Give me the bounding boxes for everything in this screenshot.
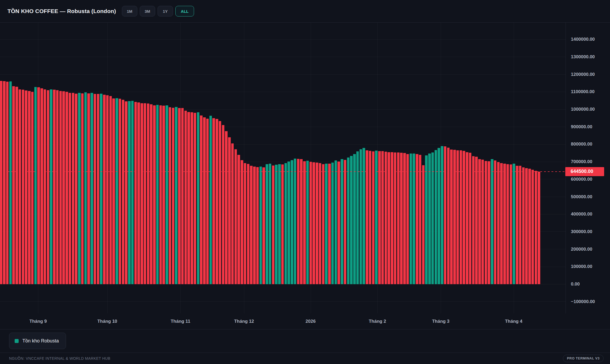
- inventory-bar: [494, 160, 497, 284]
- inventory-bar: [3, 81, 6, 284]
- inventory-bar: [65, 92, 68, 284]
- inventory-bar: [187, 112, 190, 284]
- price-scale[interactable]: −100000.000.00100000.00200000.00300000.0…: [566, 23, 610, 313]
- inventory-bar: [147, 104, 150, 284]
- inventory-bar: [322, 164, 325, 284]
- inventory-bar: [516, 166, 518, 284]
- inventory-bar: [156, 105, 159, 284]
- inventory-bar: [406, 154, 409, 284]
- y-axis-tick-label: 700000.00: [571, 159, 592, 164]
- legend-band: Tồn kho Robusta: [0, 329, 610, 353]
- inventory-bar: [31, 92, 34, 284]
- inventory-bar: [513, 164, 515, 284]
- inventory-bar: [194, 113, 196, 284]
- range-button-3m[interactable]: 3M: [140, 6, 155, 16]
- inventory-bar: [219, 121, 221, 284]
- x-axis-tick-label: Tháng 11: [171, 313, 190, 329]
- y-axis-tick-label: 100000.00: [571, 264, 592, 269]
- inventory-bar: [103, 95, 106, 284]
- inventory-bar: [222, 125, 225, 284]
- inventory-bar: [34, 87, 37, 284]
- inventory-bar: [128, 101, 131, 284]
- inventory-bar: [506, 164, 509, 284]
- inventory-bar: [441, 146, 443, 284]
- gridline-horizontal: [0, 92, 566, 92]
- y-axis-tick-label: 1300000.00: [571, 54, 595, 60]
- inventory-bar: [106, 95, 109, 284]
- inventory-bar: [266, 164, 268, 284]
- inventory-bar: [62, 91, 65, 284]
- inventory-bar: [535, 171, 537, 284]
- y-axis-tick-label: 1100000.00: [571, 89, 595, 94]
- inventory-bar: [122, 100, 125, 284]
- inventory-bar: [369, 151, 372, 284]
- inventory-bar: [497, 162, 500, 284]
- inventory-bar: [200, 115, 203, 284]
- legend-label: Tồn kho Robusta: [22, 338, 59, 344]
- gridline-horizontal: [0, 57, 566, 57]
- inventory-bar: [169, 107, 171, 284]
- range-button-1y[interactable]: 1Y: [158, 6, 173, 16]
- inventory-bar: [478, 159, 481, 284]
- inventory-bar: [225, 131, 228, 284]
- inventory-bar: [191, 112, 193, 284]
- range-button-1m[interactable]: 1M: [122, 6, 137, 16]
- y-axis-tick-label: 1000000.00: [571, 107, 595, 112]
- inventory-bar: [172, 108, 175, 284]
- inventory-bar: [522, 167, 525, 284]
- inventory-bar: [69, 93, 71, 284]
- inventory-bar: [81, 93, 84, 284]
- inventory-bar: [391, 152, 393, 284]
- inventory-bar: [469, 153, 472, 284]
- inventory-bar: [510, 164, 512, 284]
- chart-plot-area[interactable]: [0, 23, 566, 313]
- inventory-bar: [410, 154, 412, 284]
- inventory-bar: [134, 102, 137, 284]
- inventory-bar: [428, 154, 431, 284]
- inventory-bar: [109, 96, 112, 284]
- inventory-bar: [328, 164, 331, 284]
- inventory-bar: [310, 162, 312, 284]
- inventory-bar: [488, 161, 490, 284]
- x-axis-tick-label: 2026: [306, 313, 316, 329]
- inventory-bar: [125, 101, 127, 284]
- y-axis-tick-label: 400000.00: [571, 212, 592, 217]
- range-button-all[interactable]: ALL: [175, 6, 194, 16]
- inventory-bar: [453, 150, 456, 284]
- inventory-bar: [159, 105, 162, 284]
- inventory-bar: [403, 153, 406, 284]
- footer: NGUỒN: VNCCAFE INTERNAL & WORLD MARKET H…: [0, 353, 610, 364]
- inventory-bar: [300, 159, 303, 284]
- x-axis-tick-label: Tháng 2: [369, 313, 386, 329]
- inventory-bar: [416, 154, 418, 284]
- inventory-bar: [316, 163, 318, 284]
- time-axis[interactable]: Tháng 9Tháng 10Tháng 11Tháng 122026Tháng…: [0, 313, 610, 329]
- inventory-bar: [153, 105, 156, 284]
- inventory-bar: [262, 167, 265, 284]
- inventory-bar: [197, 112, 200, 284]
- inventory-bar: [259, 167, 262, 284]
- inventory-bar: [353, 154, 356, 284]
- inventory-bar: [362, 148, 365, 284]
- last-price-line: [0, 171, 566, 172]
- inventory-bar: [400, 153, 403, 284]
- inventory-bar: [59, 91, 62, 284]
- inventory-bar: [331, 163, 334, 284]
- inventory-bar: [116, 98, 118, 284]
- inventory-bar: [9, 81, 12, 284]
- legend-item-robusta[interactable]: Tồn kho Robusta: [9, 333, 66, 349]
- legend-swatch-icon: [15, 339, 19, 343]
- inventory-bar: [141, 103, 143, 284]
- gridline-horizontal: [0, 301, 566, 302]
- source-text: NGUỒN: VNCCAFE INTERNAL & WORLD MARKET H…: [9, 356, 110, 361]
- inventory-bar: [460, 150, 462, 284]
- inventory-bar: [203, 117, 206, 284]
- chart-region: −100000.000.00100000.00200000.00300000.0…: [0, 23, 610, 329]
- inventory-bar: [350, 156, 353, 284]
- inventory-bar: [87, 93, 90, 284]
- inventory-bar: [56, 90, 59, 284]
- page-title: TỒN KHO COFFEE — Robusta (London): [7, 8, 116, 14]
- inventory-bar: [209, 116, 212, 284]
- inventory-bar: [341, 159, 343, 284]
- terminal-version-badge: PRO TERMINAL V3: [563, 355, 604, 362]
